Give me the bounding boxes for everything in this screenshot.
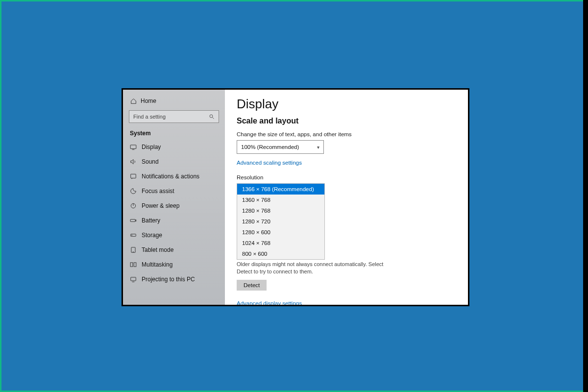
scale-value: 100% (Recommended) <box>241 144 299 150</box>
multitasking-icon <box>130 261 137 268</box>
sidebar-item-label: Battery <box>142 217 160 224</box>
main-panel: Display Scale and layout Change the size… <box>225 90 468 305</box>
chevron-down-icon: ▾ <box>317 145 319 150</box>
search-input[interactable]: Find a setting <box>129 110 219 123</box>
tablet-icon <box>130 246 137 253</box>
resolution-label: Resolution <box>237 174 456 180</box>
svg-line-1 <box>213 118 214 119</box>
sound-icon <box>130 158 137 165</box>
battery-icon <box>130 217 137 224</box>
sidebar-item-sound[interactable]: Sound <box>123 154 225 169</box>
section-scale-layout: Scale and layout <box>237 117 456 125</box>
resolution-option[interactable]: 1280 × 600 <box>237 227 324 238</box>
sidebar-item-projecting[interactable]: Projecting to this PC <box>123 272 225 287</box>
resolution-option[interactable]: 1360 × 768 <box>237 195 324 205</box>
page-title: Display <box>237 97 456 112</box>
advanced-scaling-link[interactable]: Advanced scaling settings <box>237 160 302 166</box>
resolution-option[interactable]: 800 × 600 <box>237 248 324 259</box>
advanced-display-link[interactable]: Advanced display settings <box>237 300 302 305</box>
sidebar-item-notifications[interactable]: Notifications & actions <box>123 169 225 184</box>
sidebar-item-label: Focus assist <box>142 188 174 195</box>
svg-rect-10 <box>136 220 136 221</box>
sidebar: Home Find a setting System Display Sound… <box>123 90 225 305</box>
sidebar-item-label: Projecting to this PC <box>142 276 195 283</box>
sidebar-item-focus-assist[interactable]: Focus assist <box>123 184 225 198</box>
search-placeholder: Find a setting <box>133 114 166 120</box>
projecting-icon <box>130 276 137 283</box>
svg-rect-9 <box>130 220 135 222</box>
detect-help-text: Older displays might not always connect … <box>237 261 384 276</box>
resolution-option[interactable]: 1366 × 768 (Recommended) <box>237 184 324 195</box>
sidebar-item-label: Notifications & actions <box>142 173 199 180</box>
right-edge-strip <box>583 0 588 392</box>
sidebar-item-label: Display <box>142 144 161 150</box>
home-nav[interactable]: Home <box>123 95 225 109</box>
display-icon <box>130 144 137 150</box>
resolution-dropdown-open[interactable]: 1366 × 768 (Recommended) 1360 × 768 1280… <box>237 183 325 260</box>
detect-button[interactable]: Detect <box>237 280 267 291</box>
svg-rect-17 <box>131 277 136 281</box>
sidebar-item-label: Power & sleep <box>142 202 179 209</box>
sidebar-item-label: Tablet mode <box>142 246 173 253</box>
scale-label: Change the size of text, apps, and other… <box>237 131 456 137</box>
sidebar-item-power-sleep[interactable]: Power & sleep <box>123 198 225 213</box>
sidebar-item-label: Sound <box>142 158 159 165</box>
svg-point-0 <box>210 115 213 118</box>
home-icon <box>130 98 137 104</box>
sidebar-item-display[interactable]: Display <box>123 140 225 154</box>
focus-assist-icon <box>130 188 137 195</box>
sidebar-section-label: System <box>123 128 225 140</box>
sidebar-item-tablet-mode[interactable]: Tablet mode <box>123 243 225 257</box>
storage-icon <box>130 232 137 239</box>
svg-rect-16 <box>134 263 136 267</box>
notifications-icon <box>130 173 137 180</box>
sidebar-item-multitasking[interactable]: Multitasking <box>123 257 225 272</box>
home-label: Home <box>141 98 156 104</box>
sidebar-item-storage[interactable]: Storage <box>123 228 225 243</box>
svg-marker-4 <box>131 159 133 164</box>
sidebar-item-label: Storage <box>142 232 162 239</box>
svg-rect-2 <box>130 145 136 149</box>
sidebar-item-label: Multitasking <box>142 261 172 268</box>
svg-point-12 <box>132 235 132 235</box>
power-icon <box>130 202 137 209</box>
sidebar-item-battery[interactable]: Battery <box>123 213 225 228</box>
svg-rect-15 <box>130 263 133 267</box>
svg-rect-5 <box>131 174 136 178</box>
scale-dropdown[interactable]: 100% (Recommended) ▾ <box>237 140 324 154</box>
search-icon <box>209 114 215 120</box>
settings-window: Home Find a setting System Display Sound… <box>122 88 469 306</box>
resolution-option[interactable]: 1280 × 720 <box>237 216 324 227</box>
resolution-option[interactable]: 1280 × 768 <box>237 205 324 216</box>
resolution-option[interactable]: 1024 × 768 <box>237 238 324 248</box>
